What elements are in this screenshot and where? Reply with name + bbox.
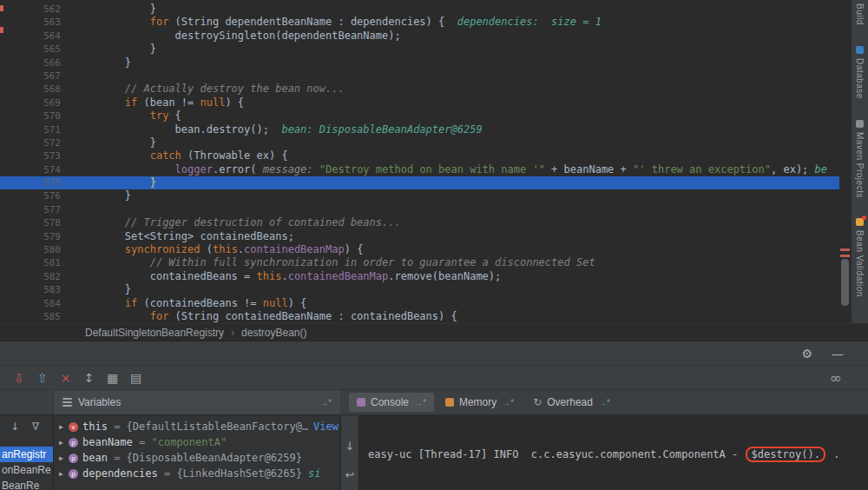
code-line[interactable]: 578// Trigger destruction of contained b…: [0, 216, 839, 229]
editor-scrollbar[interactable]: [839, 0, 851, 323]
filter-icon[interactable]: ∇: [32, 420, 39, 433]
scrollbar-thumb[interactable]: [841, 259, 849, 306]
view-link[interactable]: View: [313, 420, 339, 433]
variable-row[interactable]: ▶vthis = {DefaultListableBeanFactory@…Vi…: [54, 419, 340, 434]
expand-arrow-icon[interactable]: ▶: [54, 454, 69, 462]
code-line[interactable]: 582containedBeans = this.containedBeanMa…: [0, 270, 839, 283]
code-line[interactable]: 570try {: [0, 109, 839, 122]
code-line[interactable]: 574logger.error( message: "Destroy metho…: [0, 163, 839, 176]
focus-arrow-icon[interactable]: →*: [598, 398, 610, 407]
code-segment: .: [238, 243, 244, 255]
frames-down-icon[interactable]: ↓: [10, 420, 19, 433]
code-line[interactable]: 575}: [0, 176, 839, 189]
code-line[interactable]: 571bean.destroy(); bean: DisposableBeanA…: [0, 123, 839, 136]
line-number[interactable]: 581: [0, 256, 75, 269]
line-number[interactable]: 576: [0, 189, 75, 202]
code-line[interactable]: 566}: [0, 56, 839, 70]
console-output[interactable]: easy-uc [Thread-17] INFO c.c.easyuc.comp…: [359, 415, 868, 490]
line-number[interactable]: 585: [0, 310, 75, 323]
line-number[interactable]: 567: [0, 70, 75, 83]
toolwindow-button-database[interactable]: Database: [855, 46, 865, 99]
tab-variables[interactable]: Variables →*: [54, 390, 340, 414]
code-line[interactable]: 583}: [0, 283, 839, 296]
expand-arrow-icon[interactable]: ▶: [54, 439, 69, 447]
line-number[interactable]: 579: [0, 230, 75, 243]
tab-overhead[interactable]: ↻Overhead→*: [525, 393, 618, 412]
frame-item[interactable]: onBeanRe: [0, 462, 53, 478]
code-line[interactable]: 584if (containedBeans != null) {: [0, 297, 839, 310]
focus-arrow-icon[interactable]: →*: [414, 398, 426, 407]
tab-memory[interactable]: Memory→*: [437, 393, 522, 412]
code-editor[interactable]: 562}563for (String dependentBeanName : d…: [0, 0, 839, 323]
line-number[interactable]: 575: [0, 176, 75, 189]
minimize-icon[interactable]: —: [832, 347, 844, 361]
move-down-stack-icon[interactable]: ⇩: [7, 371, 30, 385]
editor-area: 562}563for (String dependentBeanName : d…: [0, 0, 868, 323]
frame-item[interactable]: BeanRe: [0, 478, 53, 490]
variable-row[interactable]: ▶pbean = {DisposableBeanAdapter@6259}: [54, 450, 340, 466]
code-line[interactable]: 567: [0, 70, 839, 83]
frame-item[interactable]: anRegistr: [0, 447, 53, 462]
line-number[interactable]: 571: [0, 123, 75, 136]
gear-icon[interactable]: ⚙: [801, 347, 812, 361]
line-number[interactable]: 584: [0, 297, 75, 310]
toolwindow-label: Bean Validation: [855, 230, 865, 297]
line-number[interactable]: 580: [0, 243, 75, 256]
line-number[interactable]: 573: [0, 149, 75, 162]
move-up-stack-icon[interactable]: ⇧: [30, 371, 54, 385]
variable-row[interactable]: ▶pbeanName = "componentA": [54, 434, 340, 450]
code-line[interactable]: 572}: [0, 136, 839, 149]
line-number[interactable]: 578: [0, 216, 75, 229]
line-number[interactable]: 569: [0, 96, 75, 109]
expand-arrow-icon[interactable]: ▶: [54, 470, 69, 478]
equals-sign: =: [108, 452, 127, 464]
layout-grid-icon[interactable]: ▦: [101, 371, 124, 385]
code-line[interactable]: 569if (bean != null) {: [0, 96, 839, 109]
line-number[interactable]: 582: [0, 270, 75, 283]
code-line[interactable]: 564destroySingleton(dependentBeanName);: [0, 30, 839, 43]
view-options-icon[interactable]: ▤: [124, 371, 148, 385]
line-number[interactable]: 565: [0, 43, 75, 56]
code-line[interactable]: 565}: [0, 43, 839, 56]
line-number[interactable]: 568: [0, 83, 75, 96]
expand-arrow-icon[interactable]: ▶: [54, 423, 69, 431]
code-line[interactable]: 576}: [0, 189, 839, 202]
code-line[interactable]: 568// Actually destroy the bean now...: [0, 83, 839, 96]
code-text: }: [75, 56, 839, 70]
code-line[interactable]: 563for (String dependentBeanName : depen…: [0, 16, 839, 29]
breadcrumb-method[interactable]: destroyBean(): [241, 327, 306, 339]
line-number[interactable]: 563: [0, 16, 75, 29]
code-line[interactable]: 585for (String containedBeanName : conta…: [0, 310, 839, 323]
line-number[interactable]: 572: [0, 136, 75, 149]
variable-value: {LinkedHashSet@6265}: [176, 467, 302, 480]
line-number[interactable]: 562: [0, 3, 75, 16]
soft-wrap-icon[interactable]: ↩: [345, 468, 355, 481]
log-text: easy-uc [Thread-17] INFO c.c.easyuc.comp…: [368, 448, 744, 460]
sort-icon[interactable]: ↕: [77, 371, 101, 385]
variables-pane: ▶vthis = {DefaultListableBeanFactory@…Vi…: [54, 415, 340, 490]
focus-arrow-icon[interactable]: →*: [319, 398, 332, 407]
line-number[interactable]: 583: [0, 283, 75, 296]
code-line[interactable]: 562}: [0, 3, 839, 16]
line-number[interactable]: 570: [0, 109, 75, 122]
tab-console[interactable]: Console→*: [349, 393, 434, 412]
variable-row[interactable]: ▶pdependencies = {LinkedHashSet@6265} si: [54, 466, 340, 481]
toolwindow-button-maven-projects[interactable]: Maven Projects: [855, 120, 865, 198]
infinity-icon[interactable]: ∞: [830, 369, 842, 387]
line-number[interactable]: 566: [0, 56, 75, 70]
focus-arrow-icon[interactable]: →*: [502, 398, 514, 407]
line-number[interactable]: 564: [0, 30, 75, 43]
breadcrumb-class[interactable]: DefaultSingletonBeanRegistry: [85, 327, 224, 339]
line-number[interactable]: 577: [0, 203, 75, 216]
code-line[interactable]: 577: [0, 203, 839, 216]
code-line[interactable]: 573catch (Throwable ex) {: [0, 149, 839, 162]
toolwindow-button-build[interactable]: Build: [855, 3, 865, 25]
scroll-to-end-icon[interactable]: ↓: [345, 440, 355, 453]
code-line[interactable]: 580synchronized (this.containedBeanMap) …: [0, 243, 839, 256]
line-number[interactable]: 574: [0, 163, 75, 176]
code-line[interactable]: 579Set<String> containedBeans;: [0, 230, 839, 243]
code-line[interactable]: 581// Within full synchronization in ord…: [0, 256, 839, 269]
remove-watch-icon[interactable]: ×: [54, 371, 77, 385]
toolwindow-button-bean-validation[interactable]: Bean Validation: [855, 218, 865, 297]
code-segment: null: [263, 297, 288, 309]
